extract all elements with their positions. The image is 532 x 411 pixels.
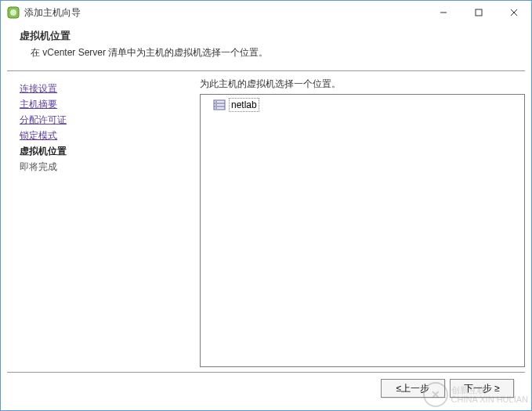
maximize-button[interactable] [461,1,496,24]
svg-rect-8 [215,102,217,103]
titlebar: 添加主机向导 [1,1,531,24]
wizard-footer: ≤上一步 下一步 ≥ [7,372,525,404]
svg-rect-2 [476,9,482,16]
tree-item-label: netlab [229,98,259,112]
close-button[interactable] [496,1,531,24]
instruction-text: 为此主机的虚拟机选择一个位置。 [200,78,525,91]
step-vm-location: 虚拟机位置 [20,143,67,159]
app-icon [7,6,20,19]
window-controls [425,1,531,24]
tree-item-datacenter[interactable]: netlab [213,98,521,112]
wizard-header: 虚拟机位置 在 vCenter Server 清单中为主机的虚拟机选择一个位置。 [1,24,531,67]
wizard-body: 连接设置 主机摘要 分配许可证 锁定模式 虚拟机位置 即将完成 为此主机的虚拟机… [1,71,531,367]
step-host-summary[interactable]: 主机摘要 [20,96,57,112]
wizard-window: 添加主机向导 虚拟机位置 在 vCenter Server 清单中为主机的虚拟机… [0,0,532,411]
next-button[interactable]: 下一步 ≥ [450,379,514,398]
minimize-button[interactable] [425,1,461,24]
svg-rect-10 [215,108,217,109]
svg-rect-9 [215,105,217,106]
step-lockdown-mode[interactable]: 锁定模式 [20,128,57,143]
page-subtitle: 在 vCenter Server 清单中为主机的虚拟机选择一个位置。 [31,46,512,59]
step-assign-license[interactable]: 分配许可证 [20,112,67,128]
back-button[interactable]: ≤上一步 [381,379,445,398]
step-connection-settings[interactable]: 连接设置 [20,81,57,96]
window-title: 添加主机向导 [24,6,425,20]
datacenter-icon [213,99,226,111]
main-panel: 为此主机的虚拟机选择一个位置。 netlab [200,78,525,367]
page-title: 虚拟机位置 [20,29,512,43]
wizard-steps-sidebar: 连接设置 主机摘要 分配许可证 锁定模式 虚拟机位置 即将完成 [20,78,200,367]
step-ready-to-complete: 即将完成 [20,159,57,175]
location-tree[interactable]: netlab [200,94,525,367]
